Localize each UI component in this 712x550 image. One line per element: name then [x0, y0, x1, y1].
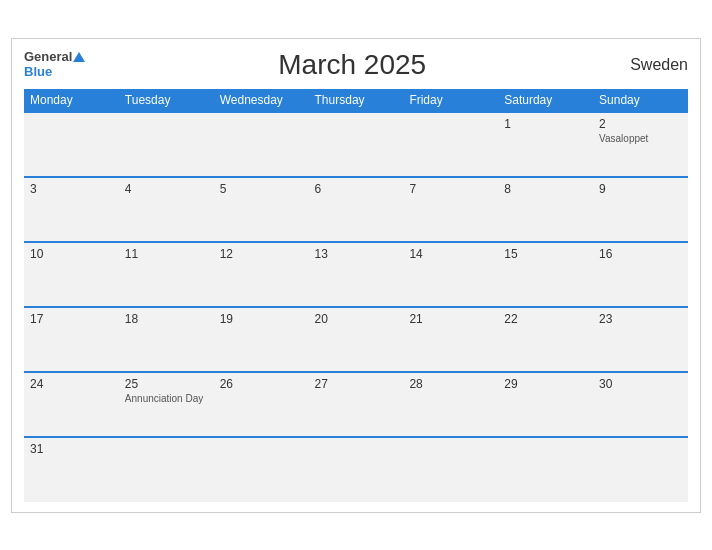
day-number: 26	[220, 377, 303, 391]
day-number: 5	[220, 182, 303, 196]
day-cell: 1	[498, 112, 593, 177]
day-number: 1	[504, 117, 587, 131]
day-number: 18	[125, 312, 208, 326]
day-cell: 8	[498, 177, 593, 242]
day-cell: 15	[498, 242, 593, 307]
day-number: 23	[599, 312, 682, 326]
day-cell	[403, 437, 498, 502]
day-cell	[403, 112, 498, 177]
day-number: 17	[30, 312, 113, 326]
day-cell	[309, 437, 404, 502]
day-number: 20	[315, 312, 398, 326]
day-cell: 25Annunciation Day	[119, 372, 214, 437]
day-number: 15	[504, 247, 587, 261]
day-cell: 24	[24, 372, 119, 437]
week-row-5: 31	[24, 437, 688, 502]
day-cell: 22	[498, 307, 593, 372]
day-number: 2	[599, 117, 682, 131]
calendar-header: General Blue March 2025 Sweden	[24, 49, 688, 81]
week-row-1: 3456789	[24, 177, 688, 242]
day-cell: 12	[214, 242, 309, 307]
day-cell: 6	[309, 177, 404, 242]
weekday-header-monday: Monday	[24, 89, 119, 112]
week-row-2: 10111213141516	[24, 242, 688, 307]
day-cell: 13	[309, 242, 404, 307]
day-cell: 30	[593, 372, 688, 437]
weekday-header-sunday: Sunday	[593, 89, 688, 112]
day-cell	[119, 112, 214, 177]
day-number: 12	[220, 247, 303, 261]
day-cell	[309, 112, 404, 177]
week-row-0: 12Vasaloppet	[24, 112, 688, 177]
calendar-container: General Blue March 2025 Sweden MondayTue…	[11, 38, 701, 513]
logo: General Blue	[24, 50, 86, 79]
day-cell: 11	[119, 242, 214, 307]
week-row-4: 2425Annunciation Day2627282930	[24, 372, 688, 437]
weekday-header-row: MondayTuesdayWednesdayThursdayFridaySatu…	[24, 89, 688, 112]
day-cell: 2Vasaloppet	[593, 112, 688, 177]
calendar-title: March 2025	[86, 49, 618, 81]
day-number: 9	[599, 182, 682, 196]
day-number: 19	[220, 312, 303, 326]
day-number: 27	[315, 377, 398, 391]
day-cell: 5	[214, 177, 309, 242]
day-number: 25	[125, 377, 208, 391]
day-cell: 7	[403, 177, 498, 242]
day-cell	[498, 437, 593, 502]
day-cell: 19	[214, 307, 309, 372]
weekday-header-wednesday: Wednesday	[214, 89, 309, 112]
day-cell: 10	[24, 242, 119, 307]
day-number: 30	[599, 377, 682, 391]
day-cell: 3	[24, 177, 119, 242]
day-cell: 21	[403, 307, 498, 372]
day-number: 6	[315, 182, 398, 196]
day-cell: 20	[309, 307, 404, 372]
day-cell: 17	[24, 307, 119, 372]
calendar-country: Sweden	[618, 56, 688, 74]
day-number: 7	[409, 182, 492, 196]
day-event: Annunciation Day	[125, 393, 208, 404]
day-number: 3	[30, 182, 113, 196]
logo-triangle-icon	[73, 52, 85, 62]
day-cell: 23	[593, 307, 688, 372]
day-cell	[214, 437, 309, 502]
day-number: 21	[409, 312, 492, 326]
week-row-3: 17181920212223	[24, 307, 688, 372]
weekday-header-thursday: Thursday	[309, 89, 404, 112]
day-cell: 9	[593, 177, 688, 242]
day-number: 13	[315, 247, 398, 261]
weekday-header-tuesday: Tuesday	[119, 89, 214, 112]
day-number: 10	[30, 247, 113, 261]
day-number: 24	[30, 377, 113, 391]
day-number: 4	[125, 182, 208, 196]
day-cell: 28	[403, 372, 498, 437]
day-cell	[593, 437, 688, 502]
day-number: 14	[409, 247, 492, 261]
day-cell: 27	[309, 372, 404, 437]
day-cell: 29	[498, 372, 593, 437]
day-cell: 18	[119, 307, 214, 372]
day-number: 22	[504, 312, 587, 326]
weekday-header-friday: Friday	[403, 89, 498, 112]
day-number: 8	[504, 182, 587, 196]
day-cell: 4	[119, 177, 214, 242]
day-number: 11	[125, 247, 208, 261]
day-number: 28	[409, 377, 492, 391]
weekday-header-saturday: Saturday	[498, 89, 593, 112]
day-event: Vasaloppet	[599, 133, 682, 144]
day-cell: 16	[593, 242, 688, 307]
day-cell: 26	[214, 372, 309, 437]
day-cell	[119, 437, 214, 502]
day-cell	[214, 112, 309, 177]
day-cell	[24, 112, 119, 177]
calendar-table: MondayTuesdayWednesdayThursdayFridaySatu…	[24, 89, 688, 502]
day-cell: 14	[403, 242, 498, 307]
day-number: 31	[30, 442, 113, 456]
day-number: 16	[599, 247, 682, 261]
logo-blue-text: Blue	[24, 65, 52, 79]
day-number: 29	[504, 377, 587, 391]
day-cell: 31	[24, 437, 119, 502]
logo-general-text: General	[24, 50, 72, 64]
